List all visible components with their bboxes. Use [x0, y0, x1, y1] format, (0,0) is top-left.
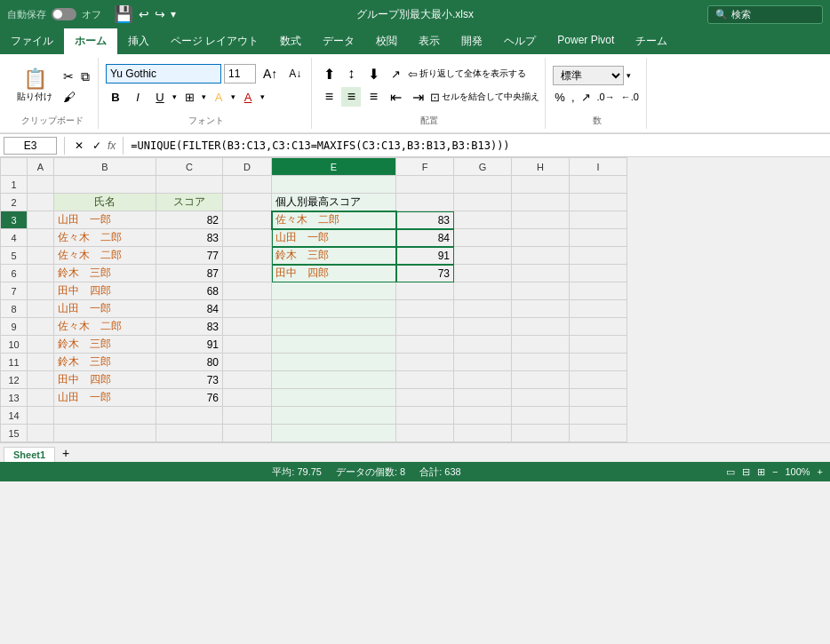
cell-e8[interactable]	[272, 300, 396, 318]
cell-c4[interactable]: 83	[156, 229, 223, 247]
col-header-i[interactable]: I	[570, 158, 627, 176]
row-header-2[interactable]: 2	[1, 194, 28, 211]
wrap-text-button[interactable]: ⇦ 折り返して全体を表示する	[408, 68, 539, 81]
font-size-up-button[interactable]: A↑	[259, 64, 282, 83]
row-header-11[interactable]: 11	[1, 354, 28, 371]
cell-a12[interactable]	[28, 371, 54, 389]
cell-f10[interactable]	[396, 336, 454, 354]
cell-b2[interactable]: 氏名	[54, 194, 156, 211]
tab-page-layout[interactable]: ページ レイアウト	[160, 28, 269, 54]
cell-g10[interactable]	[454, 336, 512, 354]
comma-button[interactable]: ↗	[579, 89, 593, 106]
cell-i12[interactable]	[570, 371, 627, 389]
cell-c9[interactable]: 83	[156, 318, 223, 336]
tab-formulas[interactable]: 数式	[269, 28, 312, 54]
cell-h12[interactable]	[512, 371, 570, 389]
cell-a15[interactable]	[28, 425, 54, 442]
cell-h14[interactable]	[512, 407, 570, 425]
cell-i4[interactable]	[570, 229, 627, 247]
cell-a3[interactable]	[28, 211, 54, 229]
cell-f13[interactable]	[396, 389, 454, 407]
cell-b13[interactable]: 山田 一郎	[54, 389, 156, 407]
col-header-g[interactable]: G	[454, 158, 512, 176]
cell-b12[interactable]: 田中 四郎	[54, 371, 156, 389]
cell-b7[interactable]: 田中 四郎	[54, 282, 156, 300]
cell-i2[interactable]	[570, 194, 627, 211]
cell-f12[interactable]	[396, 371, 454, 389]
font-name-input[interactable]: Yu Gothic	[106, 64, 221, 83]
formula-input[interactable]: =UNIQUE(FILTER(B3:C13,C3:C13=MAXIFS(C3:C…	[131, 139, 826, 152]
align-left-button[interactable]: ≡	[319, 87, 339, 107]
cancel-formula-icon[interactable]: ✕	[72, 139, 86, 152]
cell-c5[interactable]: 77	[156, 247, 223, 265]
cell-e7[interactable]	[272, 282, 396, 300]
view-break-icon[interactable]: ⊞	[757, 466, 765, 478]
cell-d3[interactable]	[223, 211, 272, 229]
cell-c8[interactable]: 84	[156, 300, 223, 318]
cell-c15[interactable]	[156, 425, 223, 442]
row-header-7[interactable]: 7	[1, 282, 28, 300]
font-size-input[interactable]: 11	[224, 64, 256, 83]
cell-f8[interactable]	[396, 300, 454, 318]
cell-c14[interactable]	[156, 407, 223, 425]
font-size-down-button[interactable]: A↓	[284, 64, 306, 83]
search-box[interactable]: 🔍 検索	[707, 5, 823, 24]
border-button[interactable]: ⊞	[180, 87, 199, 107]
cell-i8[interactable]	[570, 300, 627, 318]
percent-button[interactable]: ,	[570, 89, 577, 106]
cell-d11[interactable]	[223, 354, 272, 371]
cell-h9[interactable]	[512, 318, 570, 336]
cell-f5[interactable]: 91	[396, 247, 454, 265]
tab-view[interactable]: 表示	[408, 28, 451, 54]
cell-i6[interactable]	[570, 265, 627, 282]
tab-home[interactable]: ホーム	[64, 28, 117, 54]
align-bottom-button[interactable]: ⬇	[363, 64, 383, 83]
cell-g3[interactable]	[454, 211, 512, 229]
cell-i9[interactable]	[570, 318, 627, 336]
cell-h6[interactable]	[512, 265, 570, 282]
cell-a7[interactable]	[28, 282, 54, 300]
cell-c6[interactable]: 87	[156, 265, 223, 282]
cell-b5[interactable]: 佐々木 二郎	[54, 247, 156, 265]
underline-button[interactable]: U	[150, 87, 170, 107]
cell-e1[interactable]	[272, 176, 396, 194]
cell-f3[interactable]: 83	[396, 211, 454, 229]
row-header-4[interactable]: 4	[1, 229, 28, 247]
cell-b10[interactable]: 鈴木 三郎	[54, 336, 156, 354]
cell-g6[interactable]	[454, 265, 512, 282]
cell-i7[interactable]	[570, 282, 627, 300]
cell-h11[interactable]	[512, 354, 570, 371]
row-header-6[interactable]: 6	[1, 265, 28, 282]
cell-c3[interactable]: 82	[156, 211, 223, 229]
cell-d12[interactable]	[223, 371, 272, 389]
decrease-indent-button[interactable]: ⇤	[386, 87, 405, 107]
cell-d5[interactable]	[223, 247, 272, 265]
cell-h2[interactable]	[512, 194, 570, 211]
cell-f9[interactable]	[396, 318, 454, 336]
cell-e9[interactable]	[272, 318, 396, 336]
cell-b14[interactable]	[54, 407, 156, 425]
cell-f6[interactable]: 73	[396, 265, 454, 282]
cell-c2[interactable]: スコア	[156, 194, 223, 211]
cell-h7[interactable]	[512, 282, 570, 300]
tab-help[interactable]: ヘルプ	[493, 28, 547, 54]
cell-a4[interactable]	[28, 229, 54, 247]
tab-insert[interactable]: 挿入	[117, 28, 160, 54]
cell-g2[interactable]	[454, 194, 512, 211]
cell-a1[interactable]	[28, 176, 54, 194]
cell-e13[interactable]	[272, 389, 396, 407]
cell-h10[interactable]	[512, 336, 570, 354]
paste-button[interactable]: 📋 貼り付け	[12, 60, 57, 113]
cell-h4[interactable]	[512, 229, 570, 247]
cell-f15[interactable]	[396, 425, 454, 442]
cell-d10[interactable]	[223, 336, 272, 354]
view-layout-icon[interactable]: ⊟	[742, 466, 750, 478]
col-header-h[interactable]: H	[512, 158, 570, 176]
tab-file[interactable]: ファイル	[0, 28, 64, 54]
cell-d13[interactable]	[223, 389, 272, 407]
tab-review[interactable]: 校閲	[365, 28, 408, 54]
cell-g5[interactable]	[454, 247, 512, 265]
cell-g7[interactable]	[454, 282, 512, 300]
cell-a10[interactable]	[28, 336, 54, 354]
row-header-10[interactable]: 10	[1, 336, 28, 354]
